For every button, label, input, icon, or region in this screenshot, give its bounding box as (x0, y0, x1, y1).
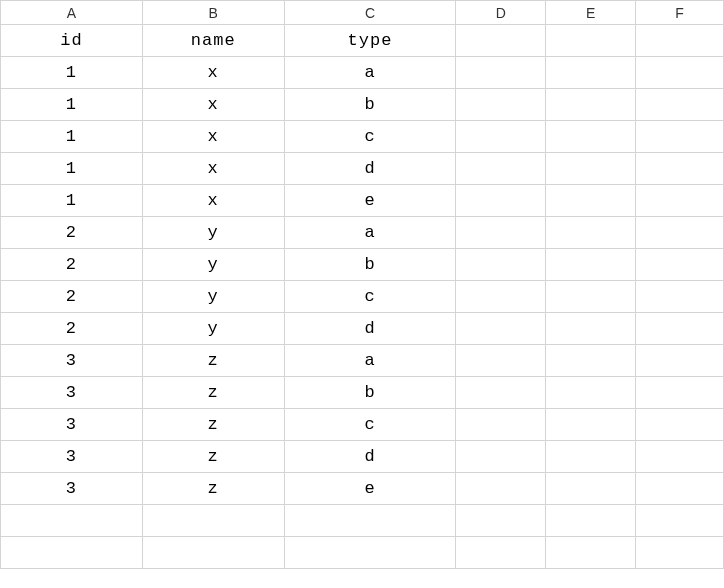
column-header-c[interactable]: C (284, 1, 456, 25)
cell-a5[interactable]: 1 (1, 153, 143, 185)
cell-e8[interactable] (546, 249, 636, 281)
cell-e6[interactable] (546, 185, 636, 217)
column-header-a[interactable]: A (1, 1, 143, 25)
cell-b15[interactable]: z (142, 473, 284, 505)
cell-c5[interactable]: d (284, 153, 456, 185)
cell-e13[interactable] (546, 409, 636, 441)
cell-a2[interactable]: 1 (1, 57, 143, 89)
cell-f5[interactable] (636, 153, 724, 185)
cell-e5[interactable] (546, 153, 636, 185)
cell-d11[interactable] (456, 345, 546, 377)
cell-c13[interactable]: c (284, 409, 456, 441)
cell-f10[interactable] (636, 313, 724, 345)
cell-a1[interactable]: id (1, 25, 143, 57)
cell-c1[interactable]: type (284, 25, 456, 57)
cell-e10[interactable] (546, 313, 636, 345)
cell-b17[interactable] (142, 537, 284, 569)
cell-d2[interactable] (456, 57, 546, 89)
cell-a7[interactable]: 2 (1, 217, 143, 249)
cell-d16[interactable] (456, 505, 546, 537)
cell-b14[interactable]: z (142, 441, 284, 473)
cell-c3[interactable]: b (284, 89, 456, 121)
cell-d13[interactable] (456, 409, 546, 441)
cell-e15[interactable] (546, 473, 636, 505)
cell-b8[interactable]: y (142, 249, 284, 281)
cell-f11[interactable] (636, 345, 724, 377)
cell-c14[interactable]: d (284, 441, 456, 473)
cell-d5[interactable] (456, 153, 546, 185)
cell-a9[interactable]: 2 (1, 281, 143, 313)
cell-f14[interactable] (636, 441, 724, 473)
cell-e12[interactable] (546, 377, 636, 409)
cell-c6[interactable]: e (284, 185, 456, 217)
cell-d14[interactable] (456, 441, 546, 473)
cell-d4[interactable] (456, 121, 546, 153)
cell-a8[interactable]: 2 (1, 249, 143, 281)
cell-a15[interactable]: 3 (1, 473, 143, 505)
cell-b6[interactable]: x (142, 185, 284, 217)
cell-d8[interactable] (456, 249, 546, 281)
cell-c17[interactable] (284, 537, 456, 569)
cell-b3[interactable]: x (142, 89, 284, 121)
cell-f7[interactable] (636, 217, 724, 249)
column-header-d[interactable]: D (456, 1, 546, 25)
column-header-b[interactable]: B (142, 1, 284, 25)
cell-f1[interactable] (636, 25, 724, 57)
cell-d9[interactable] (456, 281, 546, 313)
cell-f13[interactable] (636, 409, 724, 441)
cell-a17[interactable] (1, 537, 143, 569)
cell-d10[interactable] (456, 313, 546, 345)
cell-a13[interactable]: 3 (1, 409, 143, 441)
cell-e2[interactable] (546, 57, 636, 89)
cell-b9[interactable]: y (142, 281, 284, 313)
cell-b7[interactable]: y (142, 217, 284, 249)
cell-c4[interactable]: c (284, 121, 456, 153)
cell-e14[interactable] (546, 441, 636, 473)
cell-c15[interactable]: e (284, 473, 456, 505)
cell-b4[interactable]: x (142, 121, 284, 153)
cell-f16[interactable] (636, 505, 724, 537)
cell-b13[interactable]: z (142, 409, 284, 441)
cell-a11[interactable]: 3 (1, 345, 143, 377)
cell-f17[interactable] (636, 537, 724, 569)
cell-b16[interactable] (142, 505, 284, 537)
cell-a6[interactable]: 1 (1, 185, 143, 217)
cell-e3[interactable] (546, 89, 636, 121)
cell-b11[interactable]: z (142, 345, 284, 377)
cell-e16[interactable] (546, 505, 636, 537)
cell-b5[interactable]: x (142, 153, 284, 185)
cell-a3[interactable]: 1 (1, 89, 143, 121)
cell-a16[interactable] (1, 505, 143, 537)
cell-b2[interactable]: x (142, 57, 284, 89)
cell-a10[interactable]: 2 (1, 313, 143, 345)
cell-e7[interactable] (546, 217, 636, 249)
cell-d1[interactable] (456, 25, 546, 57)
cell-f15[interactable] (636, 473, 724, 505)
cell-d6[interactable] (456, 185, 546, 217)
cell-d15[interactable] (456, 473, 546, 505)
cell-c11[interactable]: a (284, 345, 456, 377)
cell-c9[interactable]: c (284, 281, 456, 313)
cell-e4[interactable] (546, 121, 636, 153)
cell-c2[interactable]: a (284, 57, 456, 89)
cell-e17[interactable] (546, 537, 636, 569)
cell-c10[interactable]: d (284, 313, 456, 345)
cell-f6[interactable] (636, 185, 724, 217)
cell-d3[interactable] (456, 89, 546, 121)
cell-f4[interactable] (636, 121, 724, 153)
cell-d7[interactable] (456, 217, 546, 249)
cell-f8[interactable] (636, 249, 724, 281)
cell-b12[interactable]: z (142, 377, 284, 409)
cell-e11[interactable] (546, 345, 636, 377)
cell-c16[interactable] (284, 505, 456, 537)
cell-b10[interactable]: y (142, 313, 284, 345)
cell-a14[interactable]: 3 (1, 441, 143, 473)
cell-a12[interactable]: 3 (1, 377, 143, 409)
cell-e9[interactable] (546, 281, 636, 313)
cell-e1[interactable] (546, 25, 636, 57)
cell-a4[interactable]: 1 (1, 121, 143, 153)
cell-d12[interactable] (456, 377, 546, 409)
cell-d17[interactable] (456, 537, 546, 569)
cell-b1[interactable]: name (142, 25, 284, 57)
cell-f2[interactable] (636, 57, 724, 89)
